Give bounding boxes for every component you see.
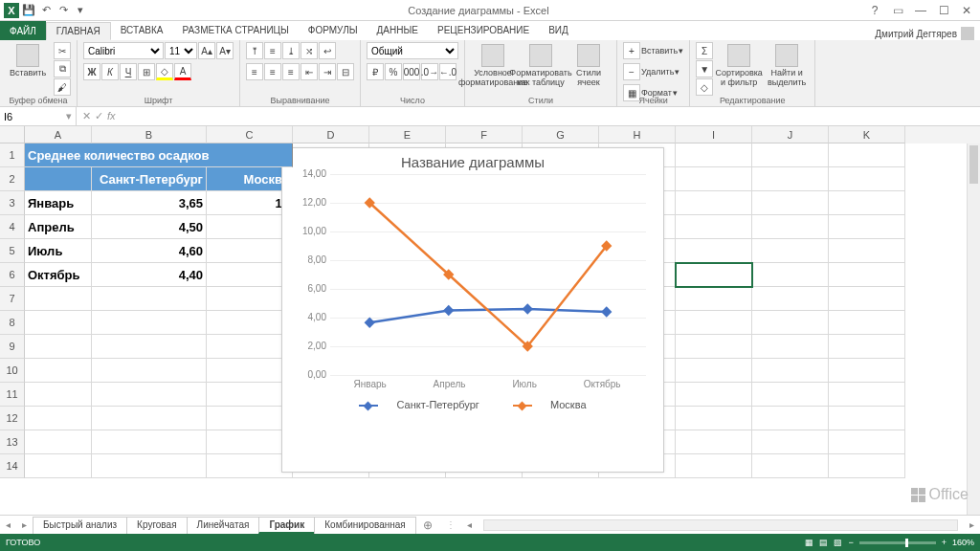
- cell-K3[interactable]: [829, 191, 905, 215]
- accounting-icon[interactable]: ₽: [367, 63, 384, 80]
- cell-C2[interactable]: Москва: [207, 167, 293, 191]
- orientation-icon[interactable]: ⤭: [301, 42, 318, 59]
- col-header-F[interactable]: F: [446, 126, 523, 143]
- cell-A7[interactable]: [25, 287, 92, 311]
- col-header-D[interactable]: D: [293, 126, 369, 143]
- cell-I13[interactable]: [676, 430, 752, 454]
- find-select-button[interactable]: Найти и выделить: [765, 42, 809, 88]
- ribbon-tab-3[interactable]: ФОРМУЛЫ: [299, 22, 368, 40]
- align-right-icon[interactable]: ≡: [282, 63, 300, 80]
- ribbon-tab-0[interactable]: ГЛАВНАЯ: [46, 22, 111, 40]
- row-header-11[interactable]: 11: [0, 383, 25, 407]
- autosum-icon[interactable]: Σ: [696, 42, 713, 59]
- copy-icon[interactable]: ⧉: [54, 60, 71, 77]
- cell-I12[interactable]: [676, 407, 752, 430]
- save-icon[interactable]: 💾: [21, 3, 36, 18]
- increase-font-icon[interactable]: A▴: [198, 42, 215, 59]
- cell-C13[interactable]: [207, 430, 293, 454]
- cell-C9[interactable]: [207, 335, 293, 359]
- help-icon[interactable]: ?: [865, 4, 884, 17]
- row-header-5[interactable]: 5: [0, 239, 25, 263]
- increase-indent-icon[interactable]: ⇥: [319, 63, 336, 80]
- cell-K8[interactable]: [829, 311, 905, 335]
- ribbon-tab-1[interactable]: ВСТАВКА: [111, 22, 173, 40]
- cell-A13[interactable]: [25, 430, 92, 454]
- sheet-tab-4[interactable]: Комбинированная: [314, 517, 415, 534]
- delete-cells-icon[interactable]: −: [623, 63, 640, 80]
- cell-C3[interactable]: 12: [207, 191, 293, 215]
- minimize-icon[interactable]: —: [911, 4, 930, 17]
- row-header-2[interactable]: 2: [0, 167, 25, 191]
- cell-I11[interactable]: [676, 383, 752, 407]
- col-header-K[interactable]: K: [829, 126, 905, 143]
- sheet-tab-0[interactable]: Быстрый анализ: [33, 517, 127, 534]
- cell-J1[interactable]: [752, 143, 829, 167]
- cell-K2[interactable]: [829, 167, 905, 191]
- format-as-table-button[interactable]: Форматировать как таблицу: [519, 42, 563, 88]
- row-header-8[interactable]: 8: [0, 311, 25, 335]
- conditional-formatting-button[interactable]: Условное форматирование: [471, 42, 515, 88]
- cancel-formula-icon[interactable]: ✕: [82, 110, 91, 122]
- paste-button[interactable]: Вставить: [6, 42, 50, 78]
- cell-A6[interactable]: Октябрь: [25, 263, 92, 287]
- maximize-icon[interactable]: ☐: [934, 4, 953, 17]
- col-header-I[interactable]: I: [676, 126, 752, 143]
- decrease-font-icon[interactable]: A▾: [216, 42, 234, 59]
- hscroll-right-icon[interactable]: ▸: [964, 519, 980, 530]
- percent-icon[interactable]: %: [385, 63, 402, 80]
- cell-B7[interactable]: [92, 287, 207, 311]
- bold-button[interactable]: Ж: [83, 63, 100, 80]
- cell-B9[interactable]: [92, 335, 207, 359]
- align-center-icon[interactable]: ≡: [264, 63, 281, 80]
- cell-A12[interactable]: [25, 407, 92, 430]
- col-header-A[interactable]: A: [25, 126, 92, 143]
- font-size-select[interactable]: 11: [165, 42, 197, 59]
- align-middle-icon[interactable]: ≡: [264, 42, 281, 59]
- col-header-E[interactable]: E: [369, 126, 446, 143]
- cell-styles-button[interactable]: Стили ячеек: [567, 42, 611, 88]
- cell-K7[interactable]: [829, 287, 905, 311]
- cell-K10[interactable]: [829, 359, 905, 383]
- cell-B5[interactable]: 4,60: [92, 239, 207, 263]
- cell-J10[interactable]: [752, 359, 829, 383]
- row-header-7[interactable]: 7: [0, 287, 25, 311]
- cell-A3[interactable]: Январь: [25, 191, 92, 215]
- row-header-13[interactable]: 13: [0, 430, 25, 454]
- cell-B2[interactable]: Санкт-Петербург: [92, 167, 207, 191]
- row-header-6[interactable]: 6: [0, 263, 25, 287]
- sheet-tab-3[interactable]: График: [258, 517, 315, 534]
- cell-J3[interactable]: [752, 191, 829, 215]
- chart-plot-area[interactable]: 0,002,004,006,008,0010,0012,0014,00: [330, 174, 646, 375]
- cell-I6[interactable]: [676, 263, 752, 287]
- cell-A8[interactable]: [25, 311, 92, 335]
- fill-icon[interactable]: ▼: [696, 60, 713, 77]
- sort-filter-button[interactable]: Сортировка и фильтр: [717, 42, 761, 88]
- zoom-percent[interactable]: 160%: [952, 538, 974, 547]
- row-header-9[interactable]: 9: [0, 335, 25, 359]
- cell-B4[interactable]: 4,50: [92, 215, 207, 239]
- font-color-icon[interactable]: A: [174, 63, 191, 80]
- view-pagebreak-icon[interactable]: ▧: [834, 538, 842, 547]
- cell-C8[interactable]: [207, 311, 293, 335]
- number-format-select[interactable]: Общий: [367, 42, 458, 59]
- cell-K13[interactable]: [829, 430, 905, 454]
- redo-icon[interactable]: ↷: [56, 3, 71, 18]
- fx-icon[interactable]: fx: [107, 110, 116, 122]
- cell-J8[interactable]: [752, 311, 829, 335]
- cell-C4[interactable]: 7: [207, 215, 293, 239]
- merge-icon[interactable]: ⊟: [337, 63, 354, 80]
- accept-formula-icon[interactable]: ✓: [95, 110, 103, 122]
- cell-A1[interactable]: Среднее количество осадков: [25, 143, 293, 167]
- format-painter-icon[interactable]: 🖌: [54, 78, 71, 96]
- horizontal-scrollbar[interactable]: [483, 519, 958, 531]
- vertical-scrollbar[interactable]: [967, 143, 980, 515]
- col-header-G[interactable]: G: [523, 126, 599, 143]
- cell-J6[interactable]: [752, 263, 829, 287]
- cell-I9[interactable]: [676, 335, 752, 359]
- cell-A11[interactable]: [25, 383, 92, 407]
- cell-A2[interactable]: [25, 167, 92, 191]
- row-header-3[interactable]: 3: [0, 191, 25, 215]
- cell-C5[interactable]: 2: [207, 239, 293, 263]
- name-box[interactable]: I6 ▾: [0, 107, 77, 125]
- cell-J7[interactable]: [752, 287, 829, 311]
